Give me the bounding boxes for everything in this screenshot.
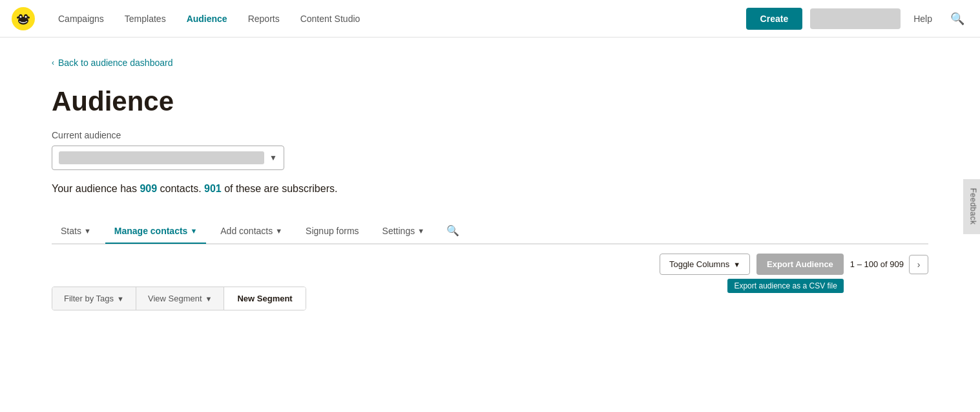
audience-selector[interactable]: ▼ — [52, 146, 284, 170]
pagination-text: 1 – 100 of 909 — [850, 259, 904, 269]
audience-selector-chevron-icon: ▼ — [269, 153, 277, 162]
tab-settings[interactable]: Settings ▼ — [373, 219, 433, 244]
export-audience-wrapper: Export Audience Export audience as a CSV… — [756, 254, 844, 275]
create-button[interactable]: Create — [746, 8, 803, 30]
feedback-tab[interactable]: Feedback — [964, 179, 980, 233]
svg-point-4 — [20, 16, 22, 17]
audience-selector-value — [59, 151, 264, 164]
tab-signup-forms[interactable]: Signup forms — [297, 219, 368, 244]
pagination: 1 – 100 of 909 › — [850, 255, 928, 274]
tab-stats-chevron-icon: ▼ — [84, 227, 91, 235]
nav-bar: Campaigns Templates Audience Reports Con… — [0, 0, 980, 38]
page-title: Audience — [52, 86, 928, 117]
search-icon[interactable]: 🔍 — [945, 6, 970, 31]
back-chevron-icon: ‹ — [52, 58, 54, 67]
audience-stats: Your audience has 909 contacts. 901 of t… — [52, 183, 928, 195]
tab-add-contacts[interactable]: Add contacts ▼ — [211, 219, 291, 244]
tab-settings-chevron-icon: ▼ — [417, 227, 424, 235]
tab-signup-forms-label: Signup forms — [306, 226, 359, 236]
view-segment-button[interactable]: View Segment ▼ — [136, 287, 224, 310]
tab-manage-contacts-chevron-icon: ▼ — [190, 227, 197, 235]
nav-links: Campaigns Templates Audience Reports Con… — [49, 8, 746, 29]
stats-suffix: of these are subscribers. — [224, 183, 337, 194]
nav-right: Create Help 🔍 — [746, 6, 970, 31]
new-segment-button[interactable]: New Segment — [224, 287, 305, 310]
back-link-text: Back to audience dashboard — [58, 58, 172, 68]
main-content: ‹ Back to audience dashboard Audience Cu… — [0, 38, 980, 310]
filter-by-tags-chevron-icon: ▼ — [117, 295, 124, 303]
action-tabs: Stats ▼ Manage contacts ▼ Add contacts ▼… — [52, 218, 928, 244]
contacts-count[interactable]: 909 — [140, 183, 157, 194]
stats-prefix: Your audience has — [52, 183, 140, 194]
view-segment-label: View Segment — [148, 294, 202, 303]
toggle-columns-label: Toggle Columns — [669, 259, 729, 269]
segment-controls-row: Filter by Tags ▼ View Segment ▼ New Segm… — [52, 287, 928, 310]
nav-link-campaigns[interactable]: Campaigns — [49, 8, 113, 29]
back-link[interactable]: ‹ Back to audience dashboard — [52, 58, 172, 68]
nav-link-audience[interactable]: Audience — [178, 8, 236, 29]
segment-controls: Filter by Tags ▼ View Segment ▼ New Segm… — [52, 287, 306, 310]
svg-point-5 — [25, 16, 27, 17]
tab-stats-label: Stats — [61, 226, 81, 236]
tab-manage-contacts[interactable]: Manage contacts ▼ — [105, 219, 206, 244]
tab-add-contacts-label: Add contacts — [220, 226, 273, 236]
filter-by-tags-button[interactable]: Filter by Tags ▼ — [52, 287, 136, 310]
help-link[interactable]: Help — [908, 8, 937, 29]
stats-middle: contacts. — [160, 183, 204, 194]
tab-manage-contacts-label: Manage contacts — [114, 226, 188, 236]
pagination-next-button[interactable]: › — [909, 255, 928, 274]
audience-search-icon[interactable]: 🔍 — [441, 218, 464, 243]
view-segment-chevron-icon: ▼ — [205, 295, 213, 303]
export-audience-button[interactable]: Export Audience — [756, 254, 844, 275]
subscribers-count[interactable]: 901 — [204, 183, 222, 194]
nav-link-content-studio[interactable]: Content Studio — [291, 8, 370, 29]
tab-stats[interactable]: Stats ▼ — [52, 219, 100, 244]
new-segment-label: New Segment — [237, 294, 292, 303]
current-audience-label: Current audience — [52, 130, 928, 140]
nav-logo[interactable] — [10, 6, 36, 32]
filter-by-tags-label: Filter by Tags — [64, 294, 114, 303]
nav-link-reports[interactable]: Reports — [239, 8, 289, 29]
table-controls: Toggle Columns ▼ Export Audience Export … — [52, 244, 928, 284]
toggle-columns-button[interactable]: Toggle Columns ▼ — [660, 254, 750, 275]
tab-settings-label: Settings — [382, 226, 415, 236]
toggle-columns-chevron-icon: ▼ — [733, 261, 740, 268]
nav-link-templates[interactable]: Templates — [116, 8, 175, 29]
account-selector[interactable] — [810, 8, 901, 29]
tab-add-contacts-chevron-icon: ▼ — [275, 227, 282, 235]
